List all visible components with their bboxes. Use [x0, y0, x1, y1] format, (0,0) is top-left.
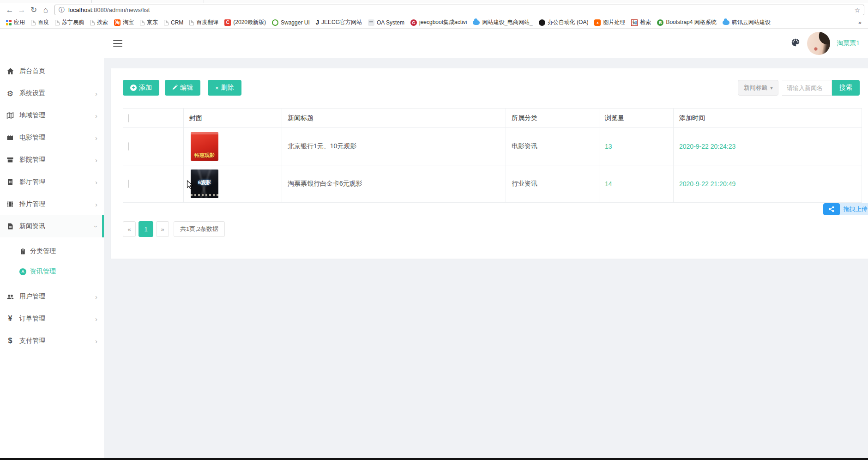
delete-button[interactable]: × 删除 [208, 80, 241, 96]
bookmark-2020[interactable]: C (2020最新版) [223, 18, 267, 27]
caret-down-icon: ▾ [770, 85, 772, 91]
zhihu-icon: 知 [631, 19, 638, 26]
row-checkbox[interactable] [128, 180, 129, 188]
search-input[interactable] [782, 80, 832, 96]
chevron-right-icon: › [95, 156, 97, 164]
bookmark-taobao[interactable]: 淘 淘宝 [113, 18, 135, 27]
news-submenu: 分类管理 A 资讯管理 [0, 241, 104, 282]
bookmark-suning[interactable]: 苏宁易购 [54, 18, 85, 27]
news-added-time: 2020-9-22 21:20:49 [674, 165, 862, 203]
sidebar-item-category-management[interactable]: 分类管理 [0, 241, 104, 261]
bookmark-apps[interactable]: 应用 [5, 18, 26, 27]
forward-icon[interactable]: → [16, 6, 28, 15]
sidebar-item-system-settings[interactable]: ⚙ 系统设置 › [0, 82, 104, 104]
url-host: localhost [68, 6, 92, 13]
search-button[interactable]: 搜索 [832, 80, 860, 96]
bookmark-tencent-cloud[interactable]: 腾讯云网站建设 [721, 18, 772, 27]
bookmark-image-processing[interactable]: ▲ 图片处理 [593, 18, 627, 27]
search-filter-select[interactable]: 新闻标题 ▾ [738, 80, 778, 96]
bookmarks-bar: 应用 百度 苏宁易购 搜索 淘 淘宝 京东 CRM 百度翻译 C (2020最新… [0, 17, 868, 29]
username[interactable]: 淘票票1 [837, 39, 860, 48]
sidebar-item-dashboard[interactable]: 后台首页 [0, 60, 104, 82]
table-header-row: 封面 新闻标题 所属分类 浏览量 添加时间 [123, 109, 862, 128]
film-strip-icon [6, 200, 14, 208]
add-button[interactable]: + 添加 [123, 80, 159, 96]
pagination: « 1 » 共1页,2条数据 [123, 221, 868, 237]
sidebar-item-payments[interactable]: $ 支付管理 › [0, 330, 104, 352]
bookmark-oa-system[interactable]: OA System [367, 18, 406, 27]
reload-icon[interactable]: ↻ [28, 5, 40, 15]
bookmark-baidu[interactable]: 百度 [30, 18, 50, 27]
bookmark-baidu-translate[interactable]: 百度翻译 [188, 18, 220, 27]
table-row: 6观影 淘票票银行白金卡6元观影 行业资讯 14 2020-9-22 21:20… [123, 165, 862, 203]
upload-share-icon [823, 203, 840, 215]
row-checkbox[interactable] [128, 142, 129, 151]
edit-button[interactable]: 编辑 [165, 80, 200, 96]
news-category: 行业资讯 [506, 165, 599, 203]
browser-tab-strip [0, 0, 868, 3]
bookmark-swagger[interactable]: Swagger UI [271, 18, 311, 27]
sidebar-item-halls[interactable]: 影厅管理 › [0, 171, 104, 193]
bookmark-star-icon[interactable]: ☆ [854, 6, 860, 14]
page-icon [31, 20, 36, 25]
drag-upload-widget[interactable]: 拖拽上传 [823, 203, 868, 215]
sidebar-item-orders[interactable]: ¥ 订单管理 › [0, 308, 104, 330]
chevron-down-icon: › [92, 225, 100, 228]
sidebar-toggle-icon[interactable] [113, 38, 122, 48]
news-cover-image: 特惠观影 [191, 132, 218, 161]
bookmark-website-build[interactable]: 网站建设_电商网站_ [471, 18, 534, 27]
bookmark-jeecg[interactable]: J JEECG官方网站 [314, 18, 363, 27]
bookmark-jeecgboot[interactable]: G jeecgboot集成activi [409, 18, 468, 27]
browser-home-icon[interactable]: ⌂ [40, 6, 52, 15]
taobao-icon: 淘 [114, 19, 121, 26]
page-1-button[interactable]: 1 [139, 221, 153, 237]
palette-icon[interactable] [790, 37, 801, 49]
apps-grid-icon [6, 20, 12, 25]
page-icon [90, 20, 95, 25]
page-icon [140, 20, 145, 25]
sidebar-item-users[interactable]: 用户管理 › [0, 285, 104, 308]
chevron-right-icon: › [95, 90, 97, 97]
chevron-right-icon: › [95, 337, 97, 345]
chevron-right-icon: › [95, 293, 97, 301]
bookmark-jd[interactable]: 京东 [139, 18, 159, 27]
next-page-button[interactable]: » [156, 221, 169, 237]
sidebar-item-cinemas[interactable]: 影院管理 › [0, 149, 104, 171]
bookmark-crm[interactable]: CRM [163, 18, 185, 27]
news-list-card: + 添加 编辑 × 删除 新 [111, 68, 868, 259]
gear-icon: ⚙ [6, 89, 14, 97]
sidebar-item-movies[interactable]: 电影管理 › [0, 127, 104, 149]
news-views: 14 [599, 165, 674, 203]
bookmark-retrieval[interactable]: 知 检索 [630, 18, 652, 27]
bookmarks-overflow-icon[interactable]: » [856, 19, 863, 26]
sidebar-item-news-management[interactable]: A 资讯管理 [0, 261, 104, 282]
clipboard-icon [19, 248, 26, 255]
oa-icon [368, 19, 374, 26]
select-all-checkbox[interactable] [128, 114, 129, 122]
bookmark-search[interactable]: 搜索 [89, 18, 109, 27]
home-icon [6, 67, 14, 75]
avatar[interactable] [807, 32, 830, 55]
page-icon [55, 20, 60, 25]
news-added-time: 2020-9-22 20:24:23 [674, 128, 862, 165]
bootstrap-icon: B [657, 19, 663, 26]
bookmark-oa-github[interactable]: 办公自动化 (OA) [537, 18, 590, 27]
address-bar[interactable]: ⓘ localhost :8080/admin/news/list ☆ [54, 5, 864, 15]
sidebar-item-news[interactable]: 新闻资讯 › [0, 215, 104, 237]
bookmark-bootstrap4[interactable]: B Bootstrap4 网格系统 [656, 18, 717, 27]
sidebar: 后台首页 ⚙ 系统设置 › 地域管理 › 电影管理 › 影院管理 › [0, 29, 104, 460]
page-icon [164, 20, 169, 25]
yen-icon: ¥ [6, 315, 14, 323]
back-icon[interactable]: ← [4, 6, 16, 15]
sidebar-item-region[interactable]: 地域管理 › [0, 104, 104, 127]
page-header: 淘票票1 [104, 29, 868, 58]
url-path: :8080/admin/news/list [92, 6, 150, 13]
sidebar-item-schedule[interactable]: 排片管理 › [0, 193, 104, 215]
github-icon [539, 19, 545, 26]
storefront-icon [6, 156, 14, 164]
col-views: 浏览量 [599, 109, 674, 128]
plus-icon: + [130, 85, 137, 91]
news-table: 封面 新闻标题 所属分类 浏览量 添加时间 特惠观影 北京银行1元、10元观影 … [123, 108, 862, 203]
info-icon[interactable]: ⓘ [59, 6, 65, 14]
prev-page-button[interactable]: « [123, 221, 136, 237]
